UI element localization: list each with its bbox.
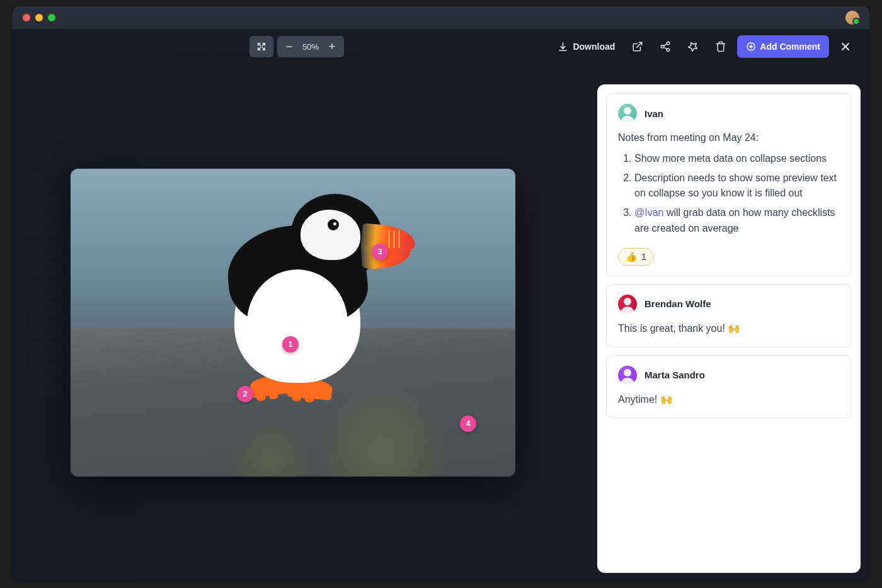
expand-icon xyxy=(256,42,266,52)
comment-author: Marta Sandro xyxy=(644,370,705,380)
minimize-window-button[interactable] xyxy=(35,14,43,21)
comment-avatar[interactable] xyxy=(618,366,637,385)
comment-body: Anytime! 🙌 xyxy=(618,392,840,408)
image-preview[interactable]: 1234 xyxy=(71,169,515,477)
add-comment-button[interactable]: Add Comment xyxy=(737,35,829,58)
comment-body: This is great, thank you! 🙌 xyxy=(618,321,840,337)
add-comment-icon xyxy=(746,42,756,52)
share-button[interactable] xyxy=(654,35,677,58)
current-user-avatar[interactable] xyxy=(845,11,859,25)
zoom-control: − 50% + xyxy=(277,36,344,57)
titlebar xyxy=(13,6,869,29)
viewer-toolbar: − 50% + Download xyxy=(13,29,869,64)
svg-point-4 xyxy=(624,107,631,115)
download-icon xyxy=(558,42,568,52)
annotation-pin-3[interactable]: 3 xyxy=(372,244,388,260)
close-window-button[interactable] xyxy=(23,14,30,21)
close-icon xyxy=(839,40,852,53)
annotation-pin-2[interactable]: 2 xyxy=(237,386,253,402)
close-viewer-button[interactable] xyxy=(834,35,857,58)
maximize-window-button[interactable] xyxy=(48,14,55,21)
trash-icon xyxy=(715,41,726,52)
annotation-pin-4[interactable]: 4 xyxy=(460,416,476,432)
external-link-icon xyxy=(632,41,643,52)
svg-point-5 xyxy=(624,298,631,305)
comment-body: Notes from meeting on May 24:Show more m… xyxy=(618,130,840,237)
traffic-lights xyxy=(23,14,55,21)
comment-avatar[interactable] xyxy=(618,295,637,314)
media-viewer-overlay: − 50% + Download xyxy=(13,29,869,582)
zoom-level-label: 50% xyxy=(299,42,323,52)
comments-panel: IvanNotes from meeting on May 24:Show mo… xyxy=(597,84,861,573)
fullscreen-button[interactable] xyxy=(249,36,273,57)
comment-avatar[interactable] xyxy=(618,104,637,123)
annotation-pin-1[interactable]: 1 xyxy=(282,336,299,353)
mention-link[interactable]: @Ivan xyxy=(634,207,663,218)
comment-card: IvanNotes from meeting on May 24:Show mo… xyxy=(606,93,852,276)
pin-button[interactable] xyxy=(682,35,704,58)
delete-button[interactable] xyxy=(709,35,732,58)
image-content xyxy=(71,169,515,477)
svg-point-6 xyxy=(624,369,631,376)
comment-card: Marta SandroAnytime! 🙌 xyxy=(606,355,852,419)
comment-author: Brendan Wolfe xyxy=(644,298,711,309)
download-label: Download xyxy=(573,42,615,52)
download-button[interactable]: Download xyxy=(551,35,621,58)
comment-card: Brendan WolfeThis is great, thank you! 🙌 xyxy=(606,284,852,348)
share-icon xyxy=(660,41,671,52)
comment-author: Ivan xyxy=(644,108,663,119)
zoom-in-button[interactable]: + xyxy=(323,37,341,56)
open-external-button[interactable] xyxy=(626,35,649,58)
zoom-out-button[interactable]: − xyxy=(280,37,299,56)
app-window: − 50% + Download xyxy=(13,6,869,582)
add-comment-label: Add Comment xyxy=(760,42,820,52)
reaction-pill[interactable]: 👍1 xyxy=(618,248,654,266)
pin-icon xyxy=(687,41,699,52)
